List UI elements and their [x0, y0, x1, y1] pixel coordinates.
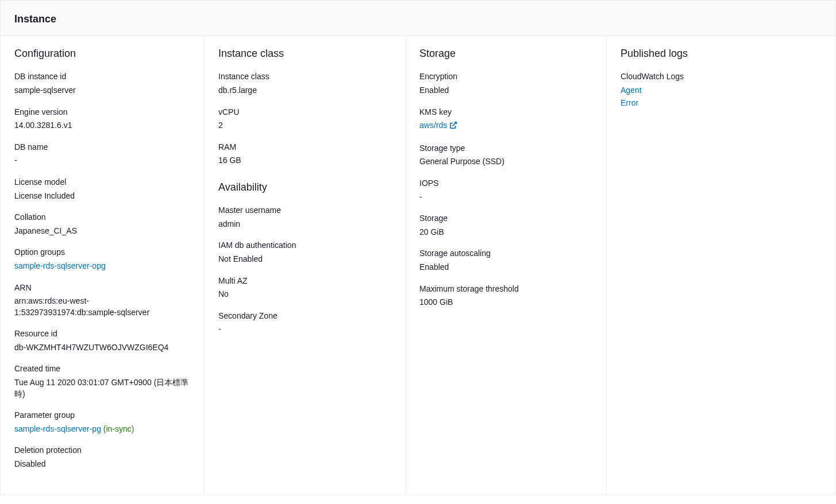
published-logs-title: Published logs [621, 46, 822, 61]
storage-type-value: General Purpose (SSD) [419, 156, 592, 168]
max-storage-threshold-field: Maximum storage threshold 1000 GiB [419, 284, 592, 308]
engine-version-label: Engine version [14, 107, 190, 118]
instance-class-field: Instance class db.r5.large [218, 71, 391, 96]
log-link-agent[interactable]: Agent [621, 85, 822, 96]
multi-az-value: No [218, 289, 391, 300]
ram-label: RAM [218, 142, 391, 153]
configuration-title: Configuration [14, 46, 190, 61]
secondary-zone-field: Secondary Zone - [218, 311, 391, 335]
encryption-value: Enabled [419, 85, 592, 96]
option-groups-label: Option groups [14, 247, 190, 258]
iam-db-auth-value: Not Enabled [218, 254, 391, 265]
storage-title: Storage [419, 46, 592, 61]
published-logs-column: Published logs CloudWatch Logs Agent Err… [607, 36, 835, 494]
storage-autoscaling-label: Storage autoscaling [419, 248, 592, 259]
multi-az-label: Multi AZ [218, 276, 391, 287]
deletion-protection-field: Deletion protection Disabled [14, 445, 190, 470]
created-time-value: Tue Aug 11 2020 03:01:07 GMT+0900 (日本標準時… [14, 377, 190, 400]
resource-id-value: db-WKZMHT4H7WZUTW6OJVWZGI6EQ4 [14, 342, 190, 354]
db-instance-id-value: sample-sqlserver [14, 85, 190, 96]
secondary-zone-value: - [218, 324, 391, 335]
external-link-icon [449, 121, 457, 133]
master-username-field: Master username admin [218, 205, 391, 230]
db-name-field: DB name - [14, 142, 190, 166]
vcpu-value: 2 [218, 120, 391, 131]
master-username-value: admin [218, 219, 391, 230]
engine-version-field: Engine version 14.00.3281.6.v1 [14, 107, 190, 131]
master-username-label: Master username [218, 205, 391, 216]
kms-key-link-text: aws/rds [419, 121, 447, 130]
deletion-protection-label: Deletion protection [14, 445, 190, 456]
storage-autoscaling-field: Storage autoscaling Enabled [419, 248, 592, 273]
max-storage-threshold-label: Maximum storage threshold [419, 284, 592, 295]
storage-value: 20 GiB [419, 227, 592, 238]
db-name-label: DB name [14, 142, 190, 153]
vcpu-field: vCPU 2 [218, 107, 391, 131]
cloudwatch-logs-label: CloudWatch Logs [621, 71, 822, 83]
encryption-field: Encryption Enabled [419, 71, 592, 96]
arn-value: arn:aws:rds:eu-west-1:532973931974:db:sa… [14, 296, 190, 318]
arn-field: ARN arn:aws:rds:eu-west-1:532973931974:d… [14, 282, 190, 319]
instance-class-title: Instance class [218, 46, 391, 61]
option-groups-field: Option groups sample-rds-sqlserver-opg [14, 247, 190, 272]
ram-value: 16 GB [218, 155, 391, 166]
max-storage-threshold-value: 1000 GiB [419, 297, 592, 308]
parameter-group-status: (in-sync) [103, 424, 134, 433]
kms-key-field: KMS key aws/rds [419, 107, 592, 133]
iops-field: IOPS - [419, 178, 592, 203]
ram-field: RAM 16 GB [218, 142, 391, 166]
cloudwatch-logs-field: CloudWatch Logs Agent Error [621, 71, 822, 108]
deletion-protection-value: Disabled [14, 459, 190, 470]
panel-header: Instance [1, 1, 835, 36]
parameter-group-field: Parameter group sample-rds-sqlserver-pg … [14, 410, 190, 435]
iam-db-auth-field: IAM db authentication Not Enabled [218, 240, 391, 265]
secondary-zone-label: Secondary Zone [218, 311, 391, 322]
iops-label: IOPS [419, 178, 592, 189]
db-instance-id-field: DB instance id sample-sqlserver [14, 71, 190, 96]
storage-autoscaling-value: Enabled [419, 262, 592, 273]
instance-class-column: Instance class Instance class db.r5.larg… [205, 36, 406, 494]
resource-id-label: Resource id [14, 328, 190, 340]
storage-type-label: Storage type [419, 143, 592, 154]
resource-id-field: Resource id db-WKZMHT4H7WZUTW6OJVWZGI6EQ… [14, 328, 190, 353]
iops-value: - [419, 192, 592, 203]
kms-key-label: KMS key [419, 107, 592, 118]
parameter-group-link[interactable]: sample-rds-sqlserver-pg [14, 424, 101, 433]
collation-label: Collation [14, 212, 190, 223]
parameter-group-label: Parameter group [14, 410, 190, 421]
storage-label: Storage [419, 213, 592, 224]
kms-key-link[interactable]: aws/rds [419, 121, 457, 130]
created-time-label: Created time [14, 363, 190, 375]
instance-class-label: Instance class [218, 71, 391, 83]
option-groups-link[interactable]: sample-rds-sqlserver-opg [14, 261, 106, 270]
instance-panel: Instance Configuration DB instance id sa… [0, 0, 836, 495]
vcpu-label: vCPU [218, 107, 391, 118]
encryption-label: Encryption [419, 71, 592, 83]
log-links: Agent Error [621, 85, 822, 108]
created-time-field: Created time Tue Aug 11 2020 03:01:07 GM… [14, 363, 190, 400]
collation-field: Collation Japanese_CI_AS [14, 212, 190, 237]
storage-field: Storage 20 GiB [419, 213, 592, 238]
log-link-error[interactable]: Error [621, 98, 822, 109]
db-name-value: - [14, 155, 190, 166]
db-instance-id-label: DB instance id [14, 71, 190, 83]
license-model-field: License model License Included [14, 177, 190, 201]
availability-title: Availability [218, 180, 391, 195]
arn-label: ARN [14, 282, 190, 294]
license-model-value: License Included [14, 191, 190, 202]
configuration-column: Configuration DB instance id sample-sqls… [1, 36, 205, 494]
multi-az-field: Multi AZ No [218, 276, 391, 300]
engine-version-value: 14.00.3281.6.v1 [14, 120, 190, 131]
storage-type-field: Storage type General Purpose (SSD) [419, 143, 592, 168]
instance-class-value: db.r5.large [218, 85, 391, 96]
storage-column: Storage Encryption Enabled KMS key aws/r… [406, 36, 607, 494]
license-model-label: License model [14, 177, 190, 188]
iam-db-auth-label: IAM db authentication [218, 240, 391, 251]
collation-value: Japanese_CI_AS [14, 226, 190, 237]
panel-body: Configuration DB instance id sample-sqls… [1, 36, 835, 494]
panel-title: Instance [14, 12, 822, 26]
